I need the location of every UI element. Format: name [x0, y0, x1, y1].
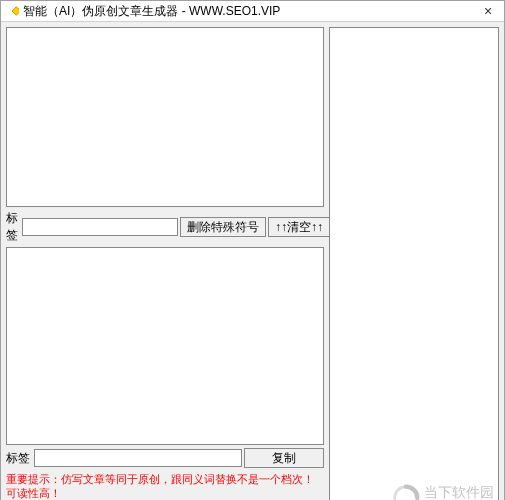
- source-tag-input[interactable]: [22, 218, 178, 236]
- remove-symbols-button[interactable]: 删除特殊符号: [180, 217, 266, 237]
- bottom-controls-row: 标签 复制: [6, 448, 324, 468]
- notice-line-1: 重要提示：仿写文章等同于原创，跟同义词替换不是一个档次！可读性高！: [6, 472, 324, 500]
- result-tag-input[interactable]: [34, 449, 242, 467]
- notice-text: 重要提示：仿写文章等同于原创，跟同义词替换不是一个档次！可读性高！ 声明：本软件…: [6, 472, 324, 500]
- result-tag-label: 标签: [6, 450, 30, 467]
- window-title: 智能（AI）伪原创文章生成器 - WWW.SEO1.VIP: [23, 3, 474, 20]
- client-area: 标签 删除特殊符号 ↑↑清空↑↑ 仿写 标签 复制 重要提示：仿写文章等同于原创…: [1, 22, 504, 500]
- source-tag-label: 标签: [6, 210, 18, 244]
- close-button[interactable]: ×: [474, 1, 502, 21]
- source-textarea[interactable]: [6, 27, 324, 207]
- top-controls-row: 标签 删除特殊符号 ↑↑清空↑↑ 仿写: [6, 210, 324, 244]
- result-textarea[interactable]: [6, 247, 324, 445]
- copy-button[interactable]: 复制: [244, 448, 324, 468]
- left-pane: 标签 删除特殊符号 ↑↑清空↑↑ 仿写 标签 复制 重要提示：仿写文章等同于原创…: [1, 22, 327, 500]
- titlebar: 智能（AI）伪原创文章生成器 - WWW.SEO1.VIP ×: [1, 1, 504, 22]
- right-pane: 使用说明: [327, 22, 504, 500]
- app-icon: [5, 4, 19, 18]
- preview-box: [329, 27, 499, 500]
- clear-button[interactable]: ↑↑清空↑↑: [268, 217, 330, 237]
- app-window: 智能（AI）伪原创文章生成器 - WWW.SEO1.VIP × 标签 删除特殊符…: [0, 0, 505, 500]
